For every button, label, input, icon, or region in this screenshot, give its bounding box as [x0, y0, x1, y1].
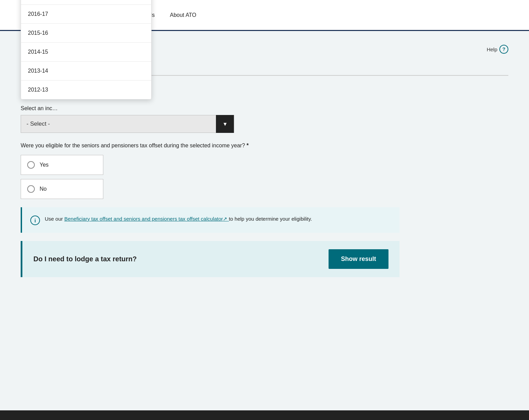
question-mark-icon: ?	[502, 46, 506, 52]
result-bar-title: Do I need to lodge a tax return?	[33, 255, 137, 263]
beneficiary-calculator-link[interactable]: Beneficiary tax offset and seniors and p…	[64, 216, 229, 222]
show-result-button[interactable]: Show result	[329, 249, 388, 269]
info-link-text: Beneficiary tax offset and seniors and p…	[64, 216, 223, 222]
radio-yes[interactable]: Yes	[21, 155, 103, 175]
bottom-bar	[0, 410, 529, 420]
radio-no-circle	[27, 185, 35, 193]
question-body: Were you eligible for the seniors and pe…	[21, 143, 245, 148]
help-label: Help	[487, 46, 497, 52]
info-box: i Use our Beneficiary tax offset and sen…	[21, 207, 400, 233]
dropdown-option-select[interactable]: - Select - ✓	[21, 0, 151, 5]
dropdown-option-label: 2016-17	[28, 11, 48, 17]
select-arrow-button[interactable]: ▾	[216, 115, 234, 133]
info-text-content: Use our Beneficiary tax offset and senio…	[45, 215, 312, 223]
dropdown-option-label: 2012-13	[28, 87, 48, 93]
chevron-down-icon: ▾	[224, 120, 227, 128]
dropdown-option-2012-13[interactable]: 2012-13	[21, 81, 151, 99]
select-income-label: Select an inc…	[21, 105, 508, 112]
seniors-question: Were you eligible for the seniors and pe…	[21, 143, 508, 149]
nav-about-ato[interactable]: About ATO	[162, 12, 204, 18]
dropdown-menu: - Select - ✓ 2016-17 2015-16 2014-15 201…	[21, 0, 152, 99]
info-text-after: to help you determine your eligibility.	[229, 216, 312, 222]
dropdown-option-2015-16[interactable]: 2015-16	[21, 24, 151, 43]
info-text-before: Use our	[45, 216, 64, 222]
radio-yes-circle	[27, 161, 35, 169]
external-link-icon: ↗	[223, 216, 227, 222]
dropdown-option-2016-17[interactable]: 2016-17	[21, 5, 151, 24]
help-button[interactable]: ?	[499, 45, 508, 54]
select-box-text: - Select -	[21, 120, 216, 127]
income-year-select-wrapper: - Select - ✓ 2016-17 2015-16 2014-15 201…	[21, 115, 234, 133]
dropdown-option-label: 2014-15	[28, 49, 48, 55]
radio-no-label: No	[40, 186, 46, 192]
page-content: Help ? Do I ne…n? This tool wil…e a tax …	[0, 31, 529, 420]
dropdown-option-label: 2013-14	[28, 68, 48, 74]
dropdown-option-label: 2015-16	[28, 30, 48, 36]
dropdown-option-2014-15[interactable]: 2014-15	[21, 43, 151, 62]
radio-no[interactable]: No	[21, 179, 103, 199]
income-year-select[interactable]: - Select - ▾	[21, 115, 234, 133]
dropdown-option-2013-14[interactable]: 2013-14	[21, 62, 151, 81]
info-icon: i	[30, 216, 40, 225]
required-marker: *	[247, 143, 249, 148]
radio-yes-label: Yes	[40, 162, 49, 168]
result-bar: Do I need to lodge a tax return? Show re…	[21, 241, 400, 277]
